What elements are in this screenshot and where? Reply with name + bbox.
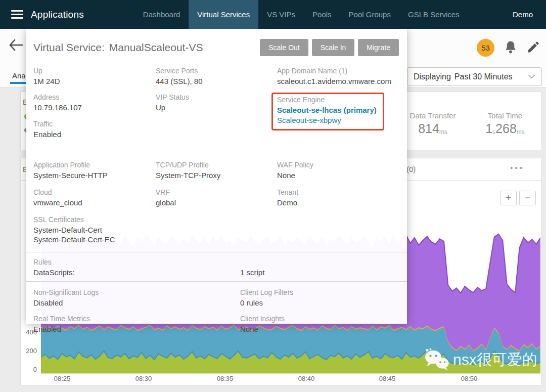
x-axis-tick: 08:25 — [47, 375, 77, 382]
metric-label: Total Time — [472, 111, 538, 120]
popup-title-prefix: Virtual Service: — [33, 41, 105, 53]
wechat-icon — [424, 348, 450, 371]
nav-tab-vs-vips[interactable]: VS VIPs — [258, 0, 304, 29]
field-app-domain: App Domain Name (1) scaleout.c1.avidemo.… — [277, 66, 400, 86]
rules-label: Rules — [33, 257, 240, 267]
x-axis-tick: 08:30 — [128, 375, 159, 382]
y-axis-tick: 0 — [22, 366, 37, 373]
field-service-ports: Service Ports 443 (SSL), 80 — [156, 66, 277, 86]
field-real-time-metrics: Real Time Metrics Enabled — [33, 314, 240, 334]
time-range-label: Displaying — [414, 72, 451, 81]
migrate-button[interactable]: Migrate — [358, 39, 399, 56]
field-application-profile: Application Profile System-Secure-HTTP — [33, 160, 156, 180]
current-tenant-label[interactable]: Demo — [513, 10, 533, 19]
nav-tab-gslb-services[interactable]: GSLB Services — [399, 0, 468, 29]
field-client-log-filters: Client Log Filters 0 rules — [240, 288, 400, 308]
edit-pencil-icon[interactable] — [526, 40, 540, 54]
service-engine-annotation-box: Service Engine Scaleout-se-lhcas (primar… — [271, 93, 384, 130]
field-service-engine-label: Service Engine — [277, 95, 377, 104]
x-axis-tick: 08:35 — [210, 375, 240, 382]
popup-actions: Scale Out Scale In Migrate — [256, 39, 399, 56]
service-engine-primary-link[interactable]: Scaleout-se-lhcas (primary) — [277, 105, 377, 115]
field-vip-status: VIP Status Up — [156, 93, 277, 112]
field-tenant: Tenant Demo — [277, 188, 400, 207]
field-traffic: Traffic Enabled — [33, 119, 156, 139]
alerts-count-badge[interactable]: 53 — [477, 39, 494, 57]
field-address: Address 10.79.186.107 — [33, 93, 156, 112]
top-nav: Applications Dashboard Virtual Services … — [0, 0, 546, 29]
time-range-value: Past 30 Minutes — [454, 72, 513, 81]
nav-tab-virtual-services[interactable]: Virtual Services — [189, 0, 258, 29]
time-range-dropdown[interactable]: Displaying Past 30 Minutes — [407, 67, 542, 86]
back-arrow-icon[interactable] — [8, 38, 23, 52]
bell-icon[interactable] — [504, 40, 518, 55]
field-ssl-certificates: SSL Certificates System-Default-Cert Sys… — [33, 215, 156, 244]
logs-section: Non-Significant Logs Disabled Real Time … — [26, 282, 407, 340]
watermark: nsx很可爱的 — [424, 348, 537, 371]
y-axis-tick: 200 — [22, 347, 37, 355]
metric-value: 1s268ms — [472, 121, 538, 136]
x-axis-tick: 08:40 — [291, 375, 322, 382]
metric-data-transfer: Data Transfer 814ms — [400, 111, 466, 136]
rules-section: Rules DataScripts: 1 script — [26, 252, 407, 281]
zoom-in-button[interactable]: + — [500, 191, 517, 205]
hamburger-menu-icon[interactable] — [11, 10, 23, 19]
field-tcp-udp-profile: TCP/UDP Profile System-TCP-Proxy — [156, 160, 277, 180]
count-badge: (0) — [406, 165, 416, 173]
field-client-insights: Client Insights None — [240, 314, 400, 334]
popup-header: Virtual Service:ManualScaleout-VS Scale … — [26, 29, 407, 63]
overview-section: Up 1M 24D Address 10.79.186.107 Traffic … — [26, 63, 407, 154]
field-vrf: VRF global — [156, 188, 277, 207]
virtual-service-detail-popup: Virtual Service:ManualScaleout-VS Scale … — [26, 29, 407, 324]
zoom-out-button[interactable]: − — [519, 191, 536, 205]
rules-value: 1 script — [240, 268, 400, 277]
field-waf-policy: WAF Policy None — [277, 160, 400, 180]
field-cloud: Cloud vmware_cloud — [33, 188, 156, 207]
app-title: Applications — [31, 9, 84, 20]
virtual-service-name: ManualScaleout-VS — [109, 41, 203, 53]
chevron-down-icon — [528, 74, 535, 79]
rules-key: DataScripts: — [33, 268, 240, 277]
metric-total-time: Total Time 1s268ms — [472, 111, 538, 136]
watermark-text: nsx很可爱的 — [453, 350, 537, 370]
tab-analytics-clipped[interactable]: Ana — [12, 71, 26, 80]
nav-tabs: Dashboard Virtual Services VS VIPs Pools… — [134, 0, 468, 29]
field-uptime: Up 1M 24D — [33, 66, 156, 86]
metric-value: 814ms — [400, 121, 466, 136]
x-axis-tick: 08:50 — [454, 375, 484, 382]
metric-label: Data Transfer — [400, 111, 466, 120]
tab-analytics-underline — [10, 82, 27, 84]
scale-in-button[interactable]: Scale In — [312, 39, 355, 56]
profiles-section: Application Profile System-Secure-HTTP C… — [26, 154, 407, 252]
field-non-significant-logs: Non-Significant Logs Disabled — [33, 288, 240, 308]
nav-tab-pools[interactable]: Pools — [304, 0, 340, 29]
nav-tab-dashboard[interactable]: Dashboard — [134, 0, 189, 29]
popup-title: Virtual Service:ManualScaleout-VS — [33, 41, 203, 54]
scale-out-button[interactable]: Scale Out — [260, 39, 308, 56]
service-engine-secondary-link[interactable]: Scaleout-se-xbpwy — [277, 115, 377, 125]
ellipsis-menu-icon[interactable]: ••• — [510, 163, 524, 172]
page: Ana 53 Displaying Past 30 Minutes En Dat… — [0, 0, 546, 392]
x-axis-tick: 08:45 — [372, 375, 402, 382]
nav-tab-pool-groups[interactable]: Pool Groups — [340, 0, 399, 29]
